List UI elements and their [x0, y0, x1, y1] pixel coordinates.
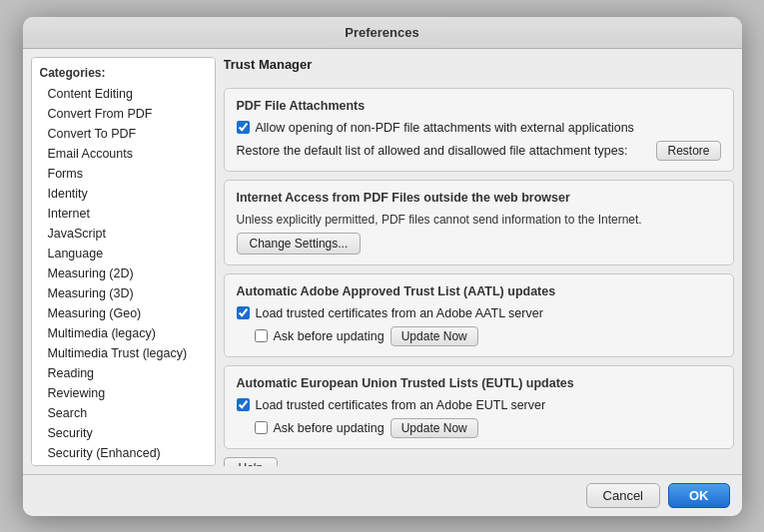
- section-title: Trust Manager: [224, 57, 734, 72]
- aatl-update-button[interactable]: Update Now: [390, 326, 478, 346]
- internet-access-section: Internet Access from PDF Files outside t…: [224, 180, 734, 266]
- allow-attachments-checkbox[interactable]: [237, 121, 250, 134]
- dialog-title: Preferences: [23, 17, 742, 49]
- internet-access-title: Internet Access from PDF Files outside t…: [237, 191, 721, 205]
- change-settings-button[interactable]: Change Settings...: [237, 233, 362, 255]
- sidebar-item[interactable]: Search: [32, 403, 215, 423]
- aatl-section: Automatic Adobe Approved Trust List (AAT…: [224, 273, 734, 357]
- aatl-load-row: Load trusted certificates from an Adobe …: [237, 306, 721, 320]
- sidebar-item[interactable]: JavaScript: [32, 224, 215, 244]
- sidebar-item[interactable]: Security: [32, 423, 215, 443]
- allow-attachments-label: Allow opening of non-PDF file attachment…: [256, 121, 634, 135]
- pdf-attachments-section: PDF File Attachments Allow opening of no…: [224, 88, 734, 172]
- aatl-ask-checkbox[interactable]: [255, 329, 268, 342]
- restore-row: Restore the default list of allowed and …: [237, 141, 721, 161]
- aatl-load-label: Load trusted certificates from an Adobe …: [256, 306, 543, 320]
- sidebar-item[interactable]: Reviewing: [32, 383, 215, 403]
- aatl-load-checkbox[interactable]: [237, 306, 250, 319]
- eutl-ask-row: Ask before updating Update Now: [255, 418, 721, 438]
- eutl-load-row: Load trusted certificates from an Adobe …: [237, 398, 721, 412]
- sidebar-item[interactable]: Content Editing: [32, 84, 215, 104]
- eutl-ask-checkbox[interactable]: [255, 421, 268, 434]
- eutl-load-checkbox[interactable]: [237, 398, 250, 411]
- eutl-load-label: Load trusted certificates from an Adobe …: [256, 398, 546, 412]
- sidebar-item[interactable]: Reading: [32, 363, 215, 383]
- internet-access-info: Unless explicitly permitted, PDF files c…: [237, 213, 721, 227]
- sidebar-item[interactable]: Forms: [32, 164, 215, 184]
- sidebar-item[interactable]: Email Accounts: [32, 144, 215, 164]
- aatl-ask-row: Ask before updating Update Now: [255, 326, 721, 346]
- dialog-body: Categories: Content EditingConvert From …: [23, 49, 742, 474]
- content-area: Trust Manager PDF File Attachments Allow…: [224, 57, 734, 466]
- categories-label: Categories:: [32, 62, 215, 84]
- sidebar-item[interactable]: Identity: [32, 184, 215, 204]
- pdf-attachments-title: PDF File Attachments: [237, 99, 721, 113]
- help-row: Help: [224, 457, 734, 466]
- sidebar-item[interactable]: Signatures: [32, 463, 215, 466]
- sidebar-item[interactable]: Measuring (2D): [32, 264, 215, 283]
- sidebar-item[interactable]: Multimedia Trust (legacy): [32, 343, 215, 363]
- sidebar-item[interactable]: Internet: [32, 204, 215, 224]
- eutl-title: Automatic European Union Trusted Lists (…: [237, 376, 721, 390]
- preferences-dialog: Preferences Categories: Content EditingC…: [23, 17, 742, 516]
- sidebar-item[interactable]: Measuring (3D): [32, 283, 215, 303]
- eutl-ask-label: Ask before updating: [274, 421, 384, 435]
- help-button[interactable]: Help: [224, 457, 279, 466]
- cancel-button[interactable]: Cancel: [586, 483, 660, 508]
- categories-sidebar: Categories: Content EditingConvert From …: [31, 57, 216, 466]
- eutl-update-button[interactable]: Update Now: [390, 418, 478, 438]
- aatl-ask-label: Ask before updating: [274, 329, 384, 343]
- aatl-title: Automatic Adobe Approved Trust List (AAT…: [237, 284, 721, 298]
- restore-text: Restore the default list of allowed and …: [237, 144, 651, 158]
- sidebar-item[interactable]: Convert From PDF: [32, 104, 215, 124]
- restore-button[interactable]: Restore: [656, 141, 720, 161]
- eutl-section: Automatic European Union Trusted Lists (…: [224, 365, 734, 449]
- allow-attachments-row: Allow opening of non-PDF file attachment…: [237, 121, 721, 135]
- sidebar-item[interactable]: Security (Enhanced): [32, 443, 215, 463]
- sidebar-item[interactable]: Convert To PDF: [32, 124, 215, 144]
- sidebar-item[interactable]: Multimedia (legacy): [32, 323, 215, 343]
- sidebar-item[interactable]: Measuring (Geo): [32, 303, 215, 323]
- sidebar-item[interactable]: Language: [32, 244, 215, 264]
- ok-button[interactable]: OK: [668, 483, 730, 508]
- dialog-footer: Cancel OK: [23, 474, 742, 516]
